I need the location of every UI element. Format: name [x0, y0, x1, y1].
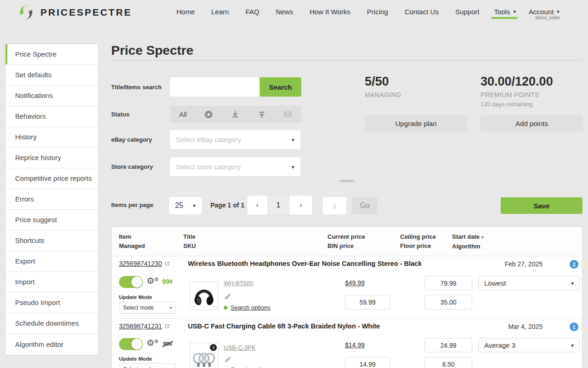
item-id: 325698741230 [119, 260, 162, 267]
add-points-button[interactable]: Add points [481, 115, 583, 132]
nav-item-support[interactable]: Support [447, 8, 488, 16]
algorithm-select[interactable]: Average 3 ▾ [478, 338, 580, 352]
update-mode-label: Update Mode [119, 356, 152, 362]
col-algorithm: Algorithm [452, 242, 484, 251]
edit-pencil-icon[interactable] [224, 293, 231, 300]
managed-toggle[interactable] [119, 276, 143, 288]
sidebar-item-shortcuts[interactable]: Shortcuts [6, 230, 98, 251]
sidebar-item-pseudo-import[interactable]: Pseudo Import [6, 293, 98, 313]
col-title: Title [183, 232, 196, 242]
product-thumbnail[interactable]: 3 [190, 343, 218, 368]
sort-chevron-icon: ▾ [481, 235, 484, 240]
edit-pencil-icon[interactable] [224, 356, 231, 363]
brand[interactable]: PRICESPECTRE [17, 4, 132, 21]
sidebar-item-behaviors[interactable]: Behaviors [6, 106, 98, 127]
managed-toggle[interactable] [119, 338, 143, 350]
col-item-managed: Item Managed [119, 232, 145, 251]
panel-drag-handle[interactable] [339, 180, 355, 182]
managing-count: 5/50 [365, 75, 389, 89]
sku-link[interactable]: WH-BT500 [224, 280, 253, 287]
upgrade-plan-button[interactable]: Upgrade plan [365, 115, 467, 132]
current-page-button[interactable]: 1 [268, 196, 289, 215]
competitor-count-badge[interactable]: 2 [570, 260, 578, 269]
product-thumbnail[interactable] [190, 282, 218, 310]
update-mode-select[interactable]: Select mode ▾ [119, 302, 176, 314]
store-category-select[interactable]: Select store category ▾ [170, 157, 300, 176]
listing-title: Wireless Bluetooth Headphones Over-Ear N… [188, 260, 422, 267]
items-per-page-select[interactable]: 25 ▾ [169, 197, 202, 214]
col-ceiling-price: Ceiling price [400, 232, 436, 242]
floor-price-input[interactable] [424, 295, 472, 310]
nav-dropdown-account[interactable]: Account ▾ demo_seller [522, 0, 566, 23]
update-mode-label: Update Mode [119, 294, 152, 300]
store-category-label: Store category [111, 163, 153, 170]
current-price-link[interactable]: $14.99 [345, 341, 365, 349]
nav-item-how-it-works[interactable]: How It Works [301, 8, 359, 16]
competitor-count-badge[interactable]: 1 [570, 322, 578, 331]
sidebar-item-reprice-history[interactable]: Reprice history [6, 148, 98, 168]
brand-logo-icon [17, 4, 35, 21]
nav-item-contact-us[interactable]: Contact Us [396, 8, 447, 16]
search-options-link[interactable]: Search options [231, 366, 271, 368]
item-id-link[interactable]: 325698741230 [119, 260, 170, 267]
listing-title: USB-C Fast Charging Cable 6ft 3-Pack Bra… [188, 322, 380, 330]
sidebar-item-algorithm-editor[interactable]: Algorithm editor [6, 334, 98, 355]
ninety-nine-cent-disabled-badge[interactable]: 99¢ [163, 341, 172, 347]
update-mode-select[interactable]: Select mode ▾ [119, 363, 176, 368]
sidebar-item-competitive-price-reports[interactable]: Competitive price reports [6, 168, 98, 189]
featured-badge-icon[interactable] [204, 109, 214, 120]
sidebar-item-set-defaults[interactable]: Set defaults [6, 65, 98, 86]
ebay-category-select[interactable]: Select eBay category ▾ [170, 130, 300, 149]
grid-88-icon[interactable]: 88 [283, 110, 293, 119]
sidebar-item-notifications[interactable]: Notifications [6, 86, 98, 106]
nav-item-pricing[interactable]: Pricing [359, 8, 396, 16]
col-title-sku: Title SKU [183, 232, 196, 251]
floor-price-input[interactable] [424, 357, 472, 368]
sidebar-item-price-spectre[interactable]: Price Spectre [6, 44, 98, 65]
nav-item-home[interactable]: Home [168, 8, 203, 16]
upload-icon[interactable] [257, 109, 267, 120]
go-button[interactable]: Go [352, 197, 378, 214]
goto-page-input[interactable] [323, 197, 346, 214]
status-filter-all[interactable]: All [179, 110, 187, 118]
col-floor-price: Floor price [400, 242, 436, 251]
ceiling-price-input[interactable] [424, 276, 472, 290]
bin-price-input[interactable] [345, 357, 390, 368]
sidebar-item-export[interactable]: Export [6, 251, 98, 272]
col-start-date-sort[interactable]: Start date▾ [452, 232, 484, 242]
sidebar-item-schedule-downtimes[interactable]: Schedule downtimes [6, 313, 98, 334]
nav-item-news[interactable]: News [267, 8, 301, 16]
sidebar-item-errors[interactable]: Errors [6, 189, 98, 210]
sku-link[interactable]: USB-C-3PK [224, 344, 255, 351]
download-icon[interactable] [230, 109, 240, 120]
chevron-down-icon: ▾ [170, 305, 172, 310]
search-input[interactable] [170, 77, 260, 97]
save-button[interactable]: Save [501, 197, 582, 214]
ebay-category-label: eBay category [111, 136, 152, 143]
sidebar-item-import[interactable]: Import [6, 272, 98, 293]
item-settings-gears-icon[interactable]: ⚙⚙ [147, 276, 154, 286]
search-options-link[interactable]: Search options [231, 304, 271, 311]
nav-dropdown-tools[interactable]: Tools ▾ [487, 0, 522, 23]
tools-active-underline [491, 17, 518, 19]
top-navbar: PRICESPECTRE Home Learn FAQ News How It … [0, 0, 588, 25]
ninety-nine-cent-badge[interactable]: 99¢ [162, 278, 173, 285]
nav-item-faq[interactable]: FAQ [237, 8, 267, 16]
nav-item-learn[interactable]: Learn [203, 8, 237, 16]
bin-price-input[interactable] [345, 295, 390, 310]
ceiling-price-input[interactable] [424, 338, 472, 352]
sidebar-item-history[interactable]: History [6, 127, 98, 148]
search-options: Search options [224, 304, 271, 311]
chevron-down-icon: ▾ [571, 280, 574, 287]
item-settings-gears-icon[interactable]: ⚙⚙ [147, 339, 154, 348]
algorithm-select[interactable]: Lowest ▾ [478, 276, 580, 290]
item-id-link[interactable]: 325698741231 [119, 322, 170, 330]
current-price-link[interactable]: $49.99 [345, 279, 365, 287]
chevron-down-icon: ▾ [513, 9, 516, 15]
prev-page-button[interactable]: ‹ [247, 196, 268, 215]
next-page-button[interactable]: › [289, 196, 312, 215]
search-button[interactable]: Search [260, 77, 301, 97]
search-label: Title/Items search [111, 84, 162, 91]
nav-tools-label: Tools [494, 8, 510, 16]
sidebar-item-price-suggest[interactable]: Price suggest [6, 210, 98, 230]
